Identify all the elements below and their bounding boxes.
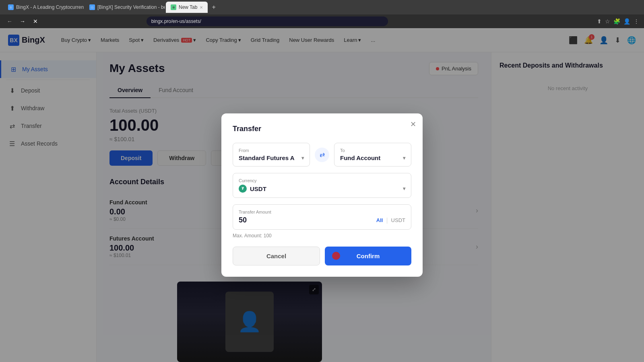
to-value: Fund Account ▾ [340, 154, 405, 161]
amount-right: All | USDT [376, 217, 405, 224]
tab-1-favicon: B [8, 4, 14, 10]
amount-field[interactable]: Transfer Amount All | USDT [233, 204, 411, 230]
url-icons: ⬆ ☆ 🧩 👤 ⋮ [597, 18, 639, 25]
address-bar: ← → ✕ bingx.pro/en-us/assets/ ⬆ ☆ 🧩 👤 ⋮ [0, 14, 644, 28]
extension-icon[interactable]: 🧩 [613, 18, 620, 25]
from-value: Standard Futures A ▾ [239, 154, 304, 161]
back-button[interactable]: ← [5, 18, 14, 25]
menu-icon[interactable]: ⋮ [634, 18, 639, 25]
transfer-modal: Transfer ✕ From Standard Futures A ▾ ⇄ T… [221, 113, 423, 277]
tab-3[interactable]: ⊕ New Tab ✕ [166, 2, 208, 13]
from-field[interactable]: From Standard Futures A ▾ [233, 143, 310, 167]
browser-chrome: B BingX - A Leading Cryptocurrenc... ✕ G… [0, 0, 644, 28]
new-tab-button[interactable]: + [208, 4, 219, 11]
to-label: To [340, 148, 405, 153]
tab-1-title: BingX - A Leading Cryptocurrenc... [16, 4, 84, 10]
reload-button[interactable]: ✕ [31, 18, 40, 25]
modal-title: Transfer [233, 125, 411, 133]
modal-close-button[interactable]: ✕ [410, 120, 416, 129]
confirm-button[interactable]: Confirm [325, 247, 411, 265]
forward-button[interactable]: → [18, 18, 27, 25]
amount-row: All | USDT [239, 216, 405, 224]
currency-chevron-down-icon: ▾ [403, 186, 405, 191]
to-field[interactable]: To Fund Account ▾ [334, 143, 411, 167]
to-chevron-down-icon: ▾ [403, 155, 405, 161]
all-link[interactable]: All [376, 217, 383, 223]
max-text: Max. Amount: 100 [233, 233, 411, 239]
tab-bar: B BingX - A Leading Cryptocurrenc... ✕ G… [0, 0, 644, 14]
share-icon[interactable]: ⬆ [597, 18, 602, 25]
modal-overlay: Transfer ✕ From Standard Futures A ▾ ⇄ T… [0, 28, 644, 362]
currency-value: ₮ USDT ▾ [239, 185, 405, 193]
profile-icon[interactable]: 👤 [623, 18, 630, 25]
url-text: bingx.pro/en-us/assets/ [151, 19, 201, 24]
amount-input[interactable] [239, 216, 376, 224]
from-chevron-down-icon: ▾ [301, 155, 304, 161]
cursor-indicator [332, 252, 340, 260]
tab-2-title: [BingX] Security Verification - be... [97, 4, 165, 10]
transfer-from-to-row: From Standard Futures A ▾ ⇄ To Fund Acco… [233, 143, 411, 167]
tab-3-title: New Tab [179, 4, 197, 10]
modal-actions: Cancel Confirm [233, 247, 411, 265]
swap-button[interactable]: ⇄ [315, 148, 329, 162]
currency-label: Currency [239, 178, 405, 183]
from-label: From [239, 148, 304, 153]
usdt-icon: ₮ [239, 185, 247, 193]
cancel-button[interactable]: Cancel [233, 247, 320, 265]
tab-1[interactable]: B BingX - A Leading Cryptocurrenc... ✕ [3, 2, 84, 13]
amount-currency: USDT [391, 217, 405, 223]
tab-3-close[interactable]: ✕ [200, 5, 203, 10]
tab-2-favicon: G [89, 4, 95, 10]
amount-separator: | [386, 217, 388, 224]
tab-3-favicon: ⊕ [171, 4, 176, 10]
amount-label: Transfer Amount [239, 210, 405, 214]
bookmark-icon[interactable]: ☆ [605, 18, 610, 25]
tab-2[interactable]: G [BingX] Security Verification - be... … [85, 2, 165, 13]
currency-field[interactable]: Currency ₮ USDT ▾ [233, 173, 411, 198]
url-box[interactable]: bingx.pro/en-us/assets/ [147, 16, 388, 26]
